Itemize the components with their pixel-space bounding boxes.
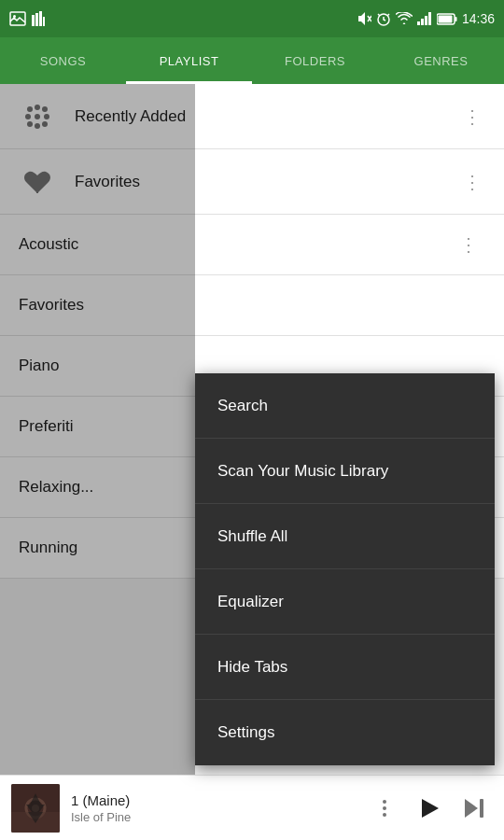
now-playing-bar: 1 (Maine) Isle of Pine [0, 775, 504, 840]
context-menu-hide-tabs[interactable]: Hide Tabs [195, 635, 495, 700]
svg-point-39 [383, 806, 386, 810]
track-info: 1 (Maine) Isle of Pine [60, 792, 366, 824]
svg-rect-9 [417, 21, 420, 25]
status-bar: 14:36 [0, 0, 504, 37]
bars-icon [32, 11, 45, 26]
svg-rect-4 [39, 11, 42, 26]
album-art-image [11, 784, 60, 833]
tab-folders[interactable]: FOLDERS [252, 37, 378, 84]
context-menu-scan[interactable]: Scan Your Music Library [195, 439, 495, 504]
wifi-icon [396, 12, 413, 25]
context-menu-equalizer[interactable]: Equalizer [195, 569, 495, 635]
play-button[interactable] [411, 790, 448, 827]
album-art [11, 784, 60, 833]
context-menu-shuffle[interactable]: Shuffle All [195, 504, 495, 569]
tab-genres[interactable]: GENRES [378, 37, 504, 84]
context-overlay[interactable] [0, 84, 195, 775]
alarm-icon [376, 11, 391, 26]
tab-bar: SONGS PLAYLIST FOLDERS GENRES [0, 37, 504, 84]
context-menu: Search Scan Your Music Library Shuffle A… [195, 373, 495, 765]
image-icon [9, 11, 26, 26]
context-menu-search[interactable]: Search [195, 373, 495, 439]
battery-icon [437, 13, 457, 25]
favorites-more[interactable]: ⋮ [455, 163, 489, 201]
svg-rect-2 [32, 15, 35, 26]
svg-rect-11 [425, 16, 427, 25]
context-menu-settings[interactable]: Settings [195, 700, 495, 765]
svg-point-38 [383, 800, 386, 804]
signal-icon [417, 12, 432, 25]
svg-rect-12 [428, 12, 431, 25]
svg-rect-3 [35, 13, 38, 26]
svg-marker-42 [465, 799, 478, 818]
status-left-icons [9, 11, 45, 26]
tab-playlist[interactable]: PLAYLIST [126, 37, 252, 84]
svg-rect-14 [455, 17, 456, 21]
mute-icon [357, 11, 371, 26]
svg-rect-5 [43, 17, 45, 26]
recently-added-more[interactable]: ⋮ [455, 98, 489, 135]
player-controls [366, 790, 493, 827]
track-title: 1 (Maine) [71, 792, 355, 808]
track-artist: Isle of Pine [71, 810, 355, 824]
next-button[interactable] [455, 790, 493, 827]
svg-rect-10 [421, 19, 424, 25]
more-options-button[interactable] [366, 790, 403, 827]
tab-songs[interactable]: SONGS [0, 37, 126, 84]
clock: 14:36 [462, 11, 495, 26]
svg-rect-15 [438, 15, 452, 22]
svg-rect-43 [480, 799, 483, 818]
acoustic-more[interactable]: ⋮ [452, 226, 485, 263]
svg-point-40 [383, 813, 386, 817]
status-right-icons: 14:36 [357, 11, 495, 26]
svg-marker-41 [422, 799, 439, 818]
